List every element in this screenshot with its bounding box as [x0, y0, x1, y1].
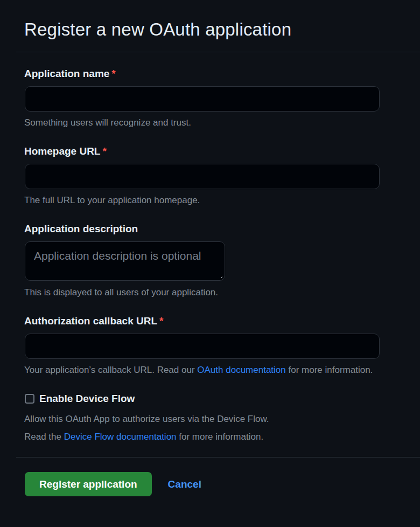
required-asterisk: *: [159, 315, 163, 327]
application-description-textarea-wrap: [25, 241, 225, 281]
callback-url-label-text: Authorization callback URL: [24, 315, 157, 327]
homepage-url-input[interactable]: [25, 164, 380, 189]
homepage-url-label-text: Homepage URL: [24, 145, 100, 157]
application-name-input[interactable]: [25, 86, 380, 112]
oauth-documentation-link[interactable]: OAuth documentation: [197, 365, 285, 375]
application-description-note: This is displayed to all users of your a…: [24, 287, 420, 298]
divider-bottom: [16, 457, 420, 457]
divider-top: [16, 52, 420, 52]
device-flow-documentation-link[interactable]: Device Flow documentation: [64, 432, 177, 442]
callback-url-note-suffix: for more information.: [286, 365, 373, 375]
application-description-label-text: Application description: [24, 223, 138, 234]
required-asterisk: *: [111, 68, 115, 79]
device-flow-docs-suffix: for more information.: [177, 432, 264, 442]
application-name-label: Application name*: [24, 68, 420, 80]
device-flow-section: Enable Device Flow Allow this OAuth App …: [0, 392, 420, 442]
page-title: Register a new OAuth application: [24, 19, 420, 40]
application-description-textarea[interactable]: [25, 241, 225, 281]
callback-url-label: Authorization callback URL*: [24, 315, 420, 327]
form-group-application-description: Application description This is displaye…: [0, 223, 420, 298]
enable-device-flow-checkbox[interactable]: [25, 394, 34, 404]
form-actions: Register application Cancel: [25, 472, 420, 496]
device-flow-description: Allow this OAuth App to authorize users …: [24, 414, 420, 425]
required-asterisk: *: [102, 145, 106, 157]
application-name-label-text: Application name: [24, 68, 109, 79]
device-flow-docs-note: Read the Device Flow documentation for m…: [24, 432, 420, 442]
form-group-homepage-url: Homepage URL* The full URL to your appli…: [0, 145, 420, 206]
callback-url-note: Your application’s callback URL. Read ou…: [24, 365, 420, 376]
cancel-link[interactable]: Cancel: [168, 479, 201, 490]
callback-url-note-prefix: Your application’s callback URL. Read ou…: [24, 365, 197, 375]
application-name-note: Something users will recognize and trust…: [24, 117, 420, 128]
form-group-callback-url: Authorization callback URL* Your applica…: [0, 315, 420, 376]
homepage-url-label: Homepage URL*: [24, 145, 420, 157]
callback-url-input[interactable]: [25, 334, 380, 359]
homepage-url-note: The full URL to your application homepag…: [24, 195, 420, 206]
form-group-application-name: Application name* Something users will r…: [0, 68, 420, 128]
device-flow-checkbox-row: Enable Device Flow: [25, 392, 420, 405]
oauth-register-page: Register a new OAuth application Applica…: [0, 19, 420, 496]
register-application-button[interactable]: Register application: [25, 472, 152, 496]
device-flow-docs-prefix: Read the: [24, 432, 64, 442]
enable-device-flow-label: Enable Device Flow: [39, 392, 135, 405]
application-description-label: Application description: [24, 223, 420, 235]
